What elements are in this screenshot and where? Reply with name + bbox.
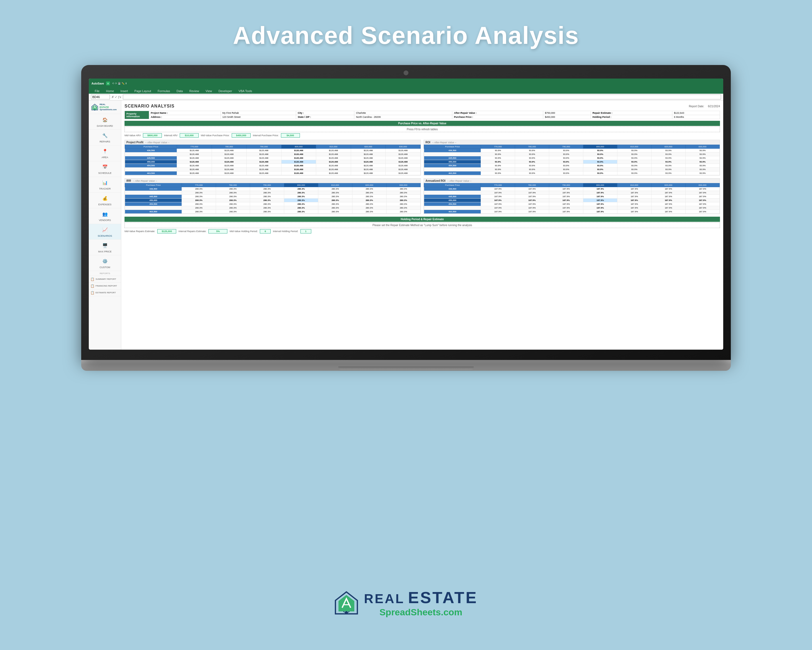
table-cell: $120,488 [316,164,351,168]
laptop-container: AutoSave X ⟲ ⟳ 💾 ✏️ ⬇ File Home Insert P… [81,65,731,371]
table-cell: $120,488 [247,171,281,175]
irr-col-780: 780,000 [216,184,250,187]
roi-table-container: ROI -- After-Repair Value -- Purchase Pr… [424,140,720,176]
profit-col-820: 820,000 [351,145,386,149]
table-cell: $120,488 [177,168,212,171]
tab-insert[interactable]: Insert [117,88,131,94]
formula-bar: ✗ ✓ ƒx [89,94,723,101]
sidebar-item-scenarios[interactable]: 📈 SCENARIOS [89,224,121,240]
table-cell: 280.3% [216,187,250,191]
purchase-vs-arv-bar: Purchase Price vs. After-Repair Value [125,121,720,126]
table-cell: $120,488 [281,149,316,153]
table-cell: 93.9% [481,156,515,160]
tab-developer[interactable]: Developer [215,88,235,94]
bottom-real-estate: REAL ESTATE [364,588,478,607]
table-cell: 93.9% [515,160,549,164]
tab-page-layout[interactable]: Page Layout [131,88,154,94]
tab-vba[interactable]: VBA Tools [235,88,255,94]
profit-col-800: 800,000 [281,145,316,149]
sidebar-item-tracker[interactable]: 📊 TRACKER [89,177,121,193]
table-cell: 187.9% [549,199,583,202]
table-row: 459,000 [424,168,481,171]
sidebar-item-expenses[interactable]: 💰 EXPENSES [89,193,121,208]
formula-input[interactable] [123,95,721,99]
table-cell: 187.9% [481,210,515,214]
mid-repairs-input[interactable] [157,229,176,234]
tab-formulas[interactable]: Formulas [154,88,173,94]
tab-review[interactable]: Review [186,88,202,94]
table-cell: 187.9% [549,202,583,206]
tab-file[interactable]: File [92,88,103,94]
table-row: 445,500 [424,195,481,199]
table-cell: 187.9% [651,187,685,191]
table-cell: 93.9% [481,168,515,171]
sidebar-item-financing-report[interactable]: 📋 FINANCING REPORT [89,283,121,289]
table-cell: 187.9% [481,187,515,191]
mid-arv-input[interactable] [143,133,162,138]
sidebar-item-vendors[interactable]: 👥 VENDORS [89,208,121,224]
mid-purchase-input[interactable] [232,133,250,138]
irr-title: IRR [127,179,131,182]
state-label: State / ZIP : [296,115,354,119]
table-cell: $120,488 [351,153,386,156]
table-cell: $120,488 [177,171,212,175]
table-cell: 187.9% [549,187,583,191]
mid-holding-label: Mid-Value Holding Period: [229,230,258,232]
formula-icons: ✗ ✓ ƒx [111,95,121,99]
cell-reference[interactable] [91,95,110,99]
table-cell: 187.9% [481,199,515,202]
sidebar-item-summary-report[interactable]: 📋 SUMMARY REPORT [89,276,121,283]
interval-purchase-input[interactable] [281,133,300,138]
holding-period-label: Holding Period : [591,115,672,119]
table-cell: 187.9% [583,210,617,214]
table-cell: $120,488 [316,160,351,164]
table-cell: $120,488 [351,171,386,175]
roi-table: Purchase Price 770,000 780,000 790,000 8… [424,145,720,175]
table-cell: 187.9% [515,187,549,191]
sidebar-logo: REAL ESTATE SpreadSheets.com [89,101,121,114]
table-cell: 93.9% [549,168,583,171]
table-cell: 280.3% [216,195,250,199]
profit-arv-header: -- After-Repair Value -- [145,141,169,144]
tab-data[interactable]: Data [173,88,186,94]
interval-repairs-label: Interval Repairs Estimate: [179,230,206,232]
sidebar-item-repairs[interactable]: 🔧 REPAIRS [89,130,121,145]
sidebar-item-area[interactable]: 📍 AREA [89,145,121,161]
table-cell: 93.9% [685,168,719,171]
purchase-price-value: $450,000 [543,115,591,119]
table-cell: $120,488 [212,160,247,164]
interval-holding-input[interactable] [301,229,311,234]
sidebar-label-vendors: VENDORS [99,219,111,222]
table-cell: $120,488 [212,164,247,168]
sidebar-item-maxprice[interactable]: 🖥️ MAX PRICE [89,240,121,255]
sidebar-item-custom[interactable]: ⚙️ CUSTOM [89,255,121,271]
table-cell: $120,488 [212,156,247,160]
table-cell: 187.9% [617,187,652,191]
table-cell: 280.3% [318,195,353,199]
sidebar-item-dashboard[interactable]: 🏠 DASH BOARD [89,114,121,130]
tab-home[interactable]: Home [103,88,117,94]
ann-roi-col-790: 790,000 [549,184,583,187]
table-cell: 93.9% [651,156,685,160]
area-icon: 📍 [101,148,109,155]
tab-view[interactable]: View [203,88,215,94]
repair-est-label: Repair Estimate : [591,111,672,115]
mid-holding-input[interactable] [260,229,271,234]
expenses-icon: 💰 [101,195,109,202]
interval-arv-input[interactable] [180,133,199,138]
table-cell: 93.9% [549,156,583,160]
table-cell: 187.9% [685,187,719,191]
table-cell: 187.9% [549,195,583,199]
table-row: 450,000 [424,160,481,164]
table-cell: 280.3% [284,195,318,199]
table-cell: 187.9% [481,202,515,206]
table-row: 454,500 [125,164,177,168]
sidebar-item-estimate-report[interactable]: 📋 ESTIMATE REPORT [89,289,121,296]
table-cell: $120,488 [247,149,281,153]
interval-repairs-input[interactable] [208,229,227,234]
schedule-icon: 📅 [101,163,109,171]
table-row: 441,000 [424,191,481,195]
ann-roi-col-770: 770,000 [481,184,515,187]
sidebar-item-schedule[interactable]: 📅 SCHEDULE [89,161,121,177]
table-cell: $120,488 [247,153,281,156]
